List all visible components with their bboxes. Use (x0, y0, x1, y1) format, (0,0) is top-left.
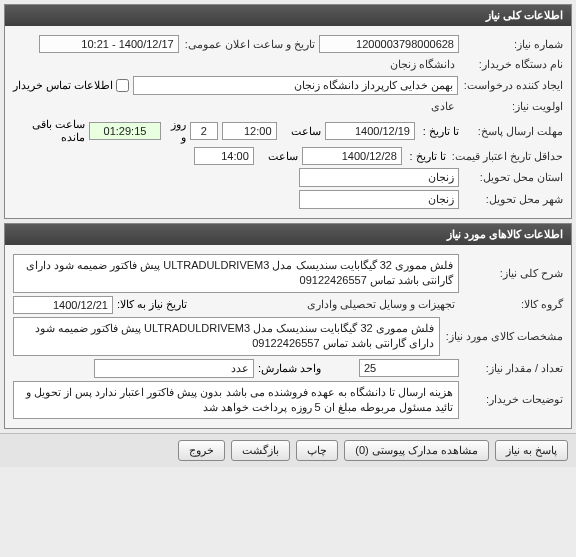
exit-button[interactable]: خروج (178, 440, 225, 461)
price-valid-label: حداقل تاریخ اعتبار قیمت: (450, 150, 563, 163)
pub-date-label: تاریخ و ساعت اعلان عمومی: (183, 38, 315, 51)
need-no-label: شماره نیاز: (463, 38, 563, 51)
buyer-notes-label: توضیحات خریدار: (463, 393, 563, 406)
creator-value: بهمن خدایی کارپرداز دانشگاه زنجان (133, 76, 458, 95)
pub-date-value: 1400/12/17 - 10:21 (39, 35, 179, 53)
unit-value: عدد (94, 359, 254, 378)
deliver-city-label: شهر محل تحویل: (463, 193, 563, 206)
unit-label: واحد شمارش: (258, 362, 321, 375)
print-button[interactable]: چاپ (296, 440, 338, 461)
days-label: روز و (165, 118, 186, 144)
panel1-body: شماره نیاز: 1200003798000628 تاریخ و ساع… (5, 26, 571, 218)
deliver-prov-value: زنجان (299, 168, 459, 187)
reply-time-label: ساعت (281, 125, 321, 138)
buyer-value: دانشگاه زنجان (386, 56, 459, 73)
price-valid-date: 1400/12/28 (302, 147, 402, 165)
qty-label: تعداد / مقدار نیاز: (463, 362, 563, 375)
buyer-contact-label: اطلاعات تماس خریدار (13, 79, 113, 92)
panel2-title: اطلاعات کالاهای مورد نیاز (5, 224, 571, 245)
remain-label: ساعت باقی مانده (13, 118, 85, 144)
days-value: 2 (190, 122, 218, 140)
need-to-date-value: 1400/12/21 (13, 296, 113, 314)
spec-value: فلش مموری 32 گیگابایت سندیسک مدل ULTRADU… (13, 317, 440, 356)
panel1-title: اطلاعات کلی نیاز (5, 5, 571, 26)
need-no-value: 1200003798000628 (319, 35, 459, 53)
deliver-prov-label: استان محل تحویل: (463, 171, 563, 184)
buyer-label: نام دستگاه خریدار: (463, 58, 563, 71)
desc-value: فلش مموری 32 گیگابایت سندیسک مدل ULTRADU… (13, 254, 459, 293)
buyer-contact-checkbox-wrap[interactable]: اطلاعات تماس خریدار (13, 79, 129, 92)
priority-value: عادی (427, 98, 459, 115)
group-value: تجهیزات و وسایل تحصیلی واداری (303, 296, 459, 313)
spec-label: مشخصات کالای مورد نیاز: (444, 330, 563, 343)
back-button[interactable]: بازگشت (231, 440, 290, 461)
deliver-city-value: زنجان (299, 190, 459, 209)
view-attachments-button[interactable]: مشاهده مدارک پیوستی (0) (344, 440, 489, 461)
buyer-contact-checkbox[interactable] (116, 79, 129, 92)
need-to-date-label: تاریخ نیاز به کالا: (117, 298, 187, 311)
group-label: گروه کالا: (463, 298, 563, 311)
to-date-label-2: تا تاریخ : (406, 150, 446, 163)
countdown-value: 01:29:15 (89, 122, 162, 140)
general-info-panel: اطلاعات کلی نیاز شماره نیاز: 12000037980… (4, 4, 572, 219)
reply-time-value: 12:00 (222, 122, 277, 140)
to-date-label: تا تاریخ : (419, 125, 459, 138)
reply-deadline-label: مهلت ارسال پاسخ: (463, 125, 563, 138)
reply-date-value: 1400/12/19 (325, 122, 416, 140)
price-valid-time: 14:00 (194, 147, 254, 165)
buyer-notes-value: هزینه ارسال تا دانشگاه به عهده فروشنده م… (13, 381, 459, 420)
reply-button[interactable]: پاسخ به نیاز (495, 440, 568, 461)
price-valid-time-label: ساعت (258, 150, 298, 163)
qty-value: 25 (359, 359, 459, 377)
items-info-panel: اطلاعات کالاهای مورد نیاز شرح کلی نیاز: … (4, 223, 572, 429)
panel2-body: شرح کلی نیاز: فلش مموری 32 گیگابایت سندی… (5, 245, 571, 428)
priority-label: اولویت نیاز: (463, 100, 563, 113)
footer-toolbar: پاسخ به نیاز مشاهده مدارک پیوستی (0) چاپ… (0, 433, 576, 467)
desc-label: شرح کلی نیاز: (463, 267, 563, 280)
creator-label: ایجاد کننده درخواست: (462, 79, 563, 92)
